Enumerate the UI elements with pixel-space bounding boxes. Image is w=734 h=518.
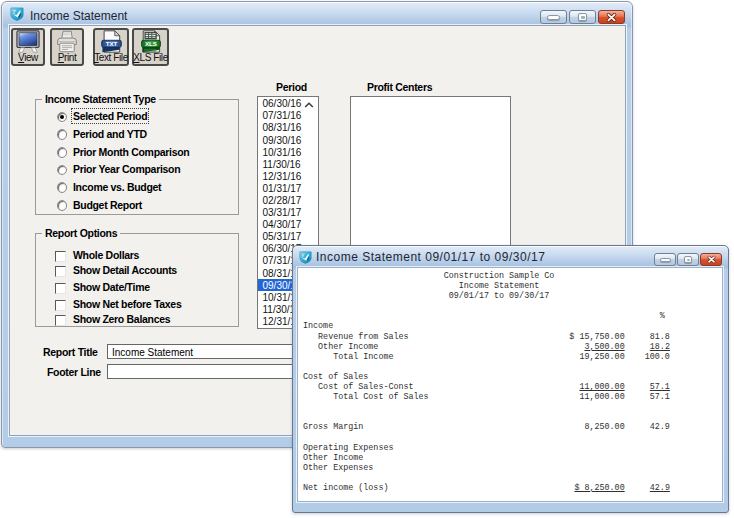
svg-text:TXT: TXT bbox=[105, 40, 117, 47]
svg-text:XLS: XLS bbox=[145, 40, 157, 47]
